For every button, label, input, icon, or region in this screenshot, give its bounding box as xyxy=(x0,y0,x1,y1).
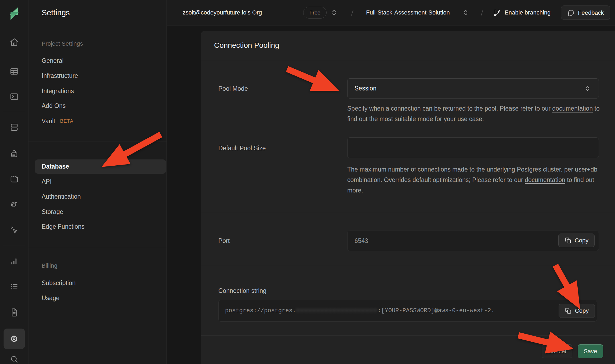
page-title: Settings xyxy=(42,8,70,17)
reports-icon xyxy=(10,257,19,266)
sidebar-item-label: Add Ons xyxy=(42,102,66,110)
enable-branching-button[interactable]: Enable branching xyxy=(493,9,551,17)
rail-item-database[interactable] xyxy=(10,123,19,132)
logs-icon xyxy=(10,282,19,291)
feedback-button[interactable]: Feedback xyxy=(561,6,610,20)
sidebar-item-integrations[interactable]: Integrations xyxy=(42,86,74,96)
default-pool-size-field xyxy=(347,137,599,158)
rail-item-sql-editor[interactable] xyxy=(10,92,19,101)
copy-icon xyxy=(565,307,572,314)
rail-item-home[interactable] xyxy=(10,38,19,47)
sidebar-item-label: Infrastructure xyxy=(42,72,78,79)
rail-divider xyxy=(3,246,25,246)
sidebar-item-label: Integrations xyxy=(42,88,74,95)
sidebar-item-label: Subscription xyxy=(42,279,76,287)
connection-string-label: Connection string xyxy=(218,287,266,294)
nav-rail xyxy=(0,0,28,364)
sidebar-item-authentication[interactable]: Authentication xyxy=(42,191,81,202)
sidebar-item-add-ons[interactable]: Add Ons xyxy=(42,100,66,111)
rail-divider xyxy=(3,112,25,112)
documentation-link[interactable]: documentation xyxy=(525,176,565,183)
rail-divider xyxy=(3,56,25,56)
connection-string-field: postgres://postgres.••••••••••••••••••••… xyxy=(218,300,597,322)
port-label: Port xyxy=(218,237,230,245)
org-switcher-chevrons-icon[interactable] xyxy=(330,8,339,17)
settings-sidebar: Settings Project SettingsGeneralInfrastr… xyxy=(28,0,167,364)
storage-icon xyxy=(10,174,19,183)
edge-functions-icon xyxy=(10,200,19,209)
database-icon xyxy=(10,123,19,132)
rail-item-search[interactable] xyxy=(10,355,19,364)
sidebar-item-database[interactable]: Database xyxy=(35,159,166,174)
sidebar-section-header: Project Settings xyxy=(42,38,83,49)
sidebar-item-edge-functions[interactable]: Edge Functions xyxy=(42,221,85,232)
sidebar-item-usage[interactable]: Usage xyxy=(42,293,59,303)
sidebar-divider xyxy=(28,141,167,141)
settings-icon xyxy=(10,334,19,343)
pool-mode-label: Pool Mode xyxy=(218,85,248,92)
sidebar-divider xyxy=(28,247,167,247)
copy-icon xyxy=(565,237,571,244)
connection-string-copy-button[interactable]: Copy xyxy=(559,304,595,318)
supabase-settings-page: zsolt@codeyourfuture.io's Org Free Full-… xyxy=(0,0,615,364)
port-copy-button[interactable]: Copy xyxy=(558,234,595,247)
sidebar-item-label: Vault xyxy=(42,118,55,125)
rail-item-table-editor[interactable] xyxy=(10,67,19,76)
sidebar-section-header: Billing xyxy=(42,260,57,271)
api-docs-icon xyxy=(10,308,19,317)
section-title: Connection Pooling xyxy=(214,41,279,50)
redacted-project-ref: •••••••••••••••••••• xyxy=(296,307,378,314)
breadcrumb-slash-icon xyxy=(348,9,356,17)
sql-editor-icon xyxy=(10,92,19,101)
project-breadcrumb[interactable]: Full-Stack-Assessment-Solution xyxy=(366,9,450,16)
realtime-icon xyxy=(10,226,19,235)
sidebar-item-label: API xyxy=(42,178,52,185)
rail-item-settings[interactable] xyxy=(3,329,25,349)
search-icon xyxy=(10,355,19,364)
sidebar-item-label: General xyxy=(42,57,64,64)
sidebar-item-label: Storage xyxy=(42,208,63,216)
sidebar-item-general[interactable]: General xyxy=(42,55,64,66)
supabase-logo[interactable] xyxy=(6,5,22,22)
sidebar-item-label: Usage xyxy=(42,294,59,302)
pool-mode-description: Specify when a connection can be returne… xyxy=(347,103,601,124)
sidebar-item-api[interactable]: API xyxy=(42,176,52,187)
sidebar-item-infrastructure[interactable]: Infrastructure xyxy=(42,70,78,81)
default-pool-size-label: Default Pool Size xyxy=(218,145,266,152)
rail-item-reports[interactable] xyxy=(10,257,19,266)
breadcrumb-slash-icon xyxy=(478,9,486,17)
rail-item-storage[interactable] xyxy=(10,174,19,183)
beta-badge: BETA xyxy=(60,118,74,124)
default-pool-size-description: The maximum number of connections made t… xyxy=(347,164,601,196)
documentation-link[interactable]: documentation xyxy=(552,105,593,112)
rail-item-edge-functions[interactable] xyxy=(10,200,19,209)
sidebar-item-label: Edge Functions xyxy=(42,223,85,230)
authentication-icon xyxy=(10,149,19,158)
rail-item-realtime[interactable] xyxy=(10,226,19,235)
project-switcher-chevrons-icon[interactable] xyxy=(461,8,470,17)
plan-badge: Free xyxy=(303,7,327,19)
sidebar-item-vault[interactable]: VaultBETA xyxy=(42,116,73,126)
home-icon xyxy=(10,38,19,47)
rail-item-logs[interactable] xyxy=(10,282,19,291)
pool-mode-select[interactable]: Session xyxy=(347,78,599,99)
message-circle-icon xyxy=(567,9,575,16)
chevron-up-down-icon xyxy=(584,85,592,93)
rail-item-api-docs[interactable] xyxy=(10,308,19,317)
save-button[interactable]: Save xyxy=(578,344,603,358)
cancel-button[interactable]: Cancel xyxy=(542,344,572,358)
sidebar-item-storage[interactable]: Storage xyxy=(42,206,63,217)
table-editor-icon xyxy=(10,67,19,76)
org-breadcrumb[interactable]: zsolt@codeyourfuture.io's Org xyxy=(183,9,262,16)
sidebar-item-subscription[interactable]: Subscription xyxy=(42,278,76,288)
default-pool-size-input[interactable] xyxy=(348,138,599,158)
sidebar-item-label: Authentication xyxy=(42,193,81,200)
sidebar-item-label: Database xyxy=(42,163,69,170)
git-branch-icon xyxy=(493,9,501,17)
rail-item-authentication[interactable] xyxy=(10,149,19,158)
